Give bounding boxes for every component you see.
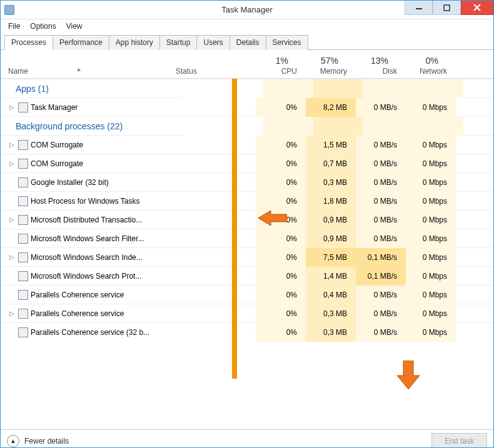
process-icon (18, 102, 28, 112)
memory-cell: 1,8 MB (306, 192, 356, 211)
col-name-label: Name (8, 67, 28, 76)
col-cpu-usage: 1% (256, 56, 297, 66)
process-name: Google Installer (32 bit) (31, 178, 109, 187)
network-cell: 0 Mbps (406, 323, 456, 342)
group-title: Background processes (22) (16, 121, 123, 131)
taskmgr-icon (4, 5, 14, 15)
table-row[interactable]: Microsoft Windows Search Prot...0%1,4 MB… (1, 266, 493, 285)
table-row[interactable]: Host Process for Windows Tasks0%1,8 MB0 … (1, 191, 493, 210)
titlebar[interactable]: Task Manager (1, 1, 493, 19)
cpu-cell: 0% (256, 211, 306, 229)
process-name: Parallels Coherence service (32 b... (31, 328, 149, 337)
disk-cell: 0 MB/s (356, 211, 406, 229)
expand-icon[interactable]: ▷ (8, 254, 16, 261)
tab-details[interactable]: Details (229, 35, 266, 50)
sort-caret-icon: ▲ (76, 66, 82, 72)
table-row[interactable]: Microsoft Windows Search Filter...0%0,9 … (1, 229, 493, 247)
table-row[interactable]: ▷Parallels Coherence service0%0,3 MB0 MB… (1, 304, 493, 322)
process-icon (18, 177, 28, 187)
table-row[interactable]: ▷COM Surrogate0%0,7 MB0 MB/s0 Mbps (1, 154, 493, 172)
process-name: Microsoft Windows Search Filter... (31, 234, 144, 243)
process-icon (18, 234, 28, 244)
group-header: Background processes (22) (1, 116, 493, 135)
table-row[interactable]: ▷Microsoft Windows Search Inde...0%7,5 M… (1, 247, 493, 266)
col-name-header[interactable]: ▲ Name (1, 67, 176, 76)
network-cell: 0 Mbps (406, 267, 456, 286)
end-task-button[interactable]: End task (431, 433, 487, 449)
col-net-label: Network (420, 67, 447, 76)
window-controls (405, 1, 493, 19)
network-cell: 0 Mbps (406, 286, 456, 304)
table-row[interactable]: ▷Microsoft Distributed Transactio...0%0,… (1, 210, 493, 229)
minimize-button[interactable] (405, 0, 433, 15)
process-icon (18, 309, 28, 319)
table-row[interactable]: Parallels Coherence service0%0,4 MB0 MB/… (1, 285, 493, 304)
col-network-header[interactable]: 0% Network (406, 56, 456, 76)
process-name: Microsoft Distributed Transactio... (31, 216, 142, 224)
expand-icon[interactable]: ▷ (8, 104, 16, 111)
disk-cell: 0 MB/s (356, 192, 406, 211)
disk-cell: 0 MB/s (356, 304, 406, 323)
maximize-button[interactable] (433, 0, 461, 15)
memory-cell: 0,9 MB (306, 211, 356, 229)
tab-performance[interactable]: Performance (53, 35, 109, 50)
tab-startup[interactable]: Startup (159, 35, 198, 50)
network-cell: 0 Mbps (406, 304, 456, 323)
col-mem-usage: 57% (306, 56, 347, 66)
process-name: Host Process for Windows Tasks (31, 197, 140, 206)
table-row[interactable]: Google Installer (32 bit)0%0,3 MB0 MB/s0… (1, 172, 493, 191)
table-row[interactable]: Parallels Coherence service (32 b...0%0,… (1, 322, 493, 341)
process-icon (18, 140, 28, 150)
disk-cell: 0 MB/s (356, 229, 406, 248)
tab-apphistory[interactable]: App history (109, 35, 160, 50)
memory-cell: 0,4 MB (306, 286, 356, 304)
menu-view[interactable]: View (61, 21, 88, 32)
process-name: COM Surrogate (31, 159, 83, 168)
cpu-cell: 0% (256, 98, 306, 117)
menu-file[interactable]: File (3, 21, 25, 32)
cpu-cell: 0% (256, 304, 306, 323)
process-list: ▲ Name Status 1% CPU 57% Memory 13% Disk… (1, 50, 493, 429)
expand-icon[interactable]: ▷ (8, 141, 16, 148)
tabbar: Processes Performance App history Startu… (1, 34, 493, 50)
process-name: Microsoft Windows Search Prot... (31, 272, 141, 281)
memory-cell: 0,9 MB (306, 229, 356, 248)
table-row[interactable]: ▷COM Surrogate0%1,5 MB0 MB/s0 Mbps (1, 135, 493, 154)
disk-cell: 0,1 MB/s (356, 267, 406, 286)
col-cpu-header[interactable]: 1% CPU (256, 56, 306, 76)
network-cell: 0 Mbps (406, 192, 456, 211)
table-row[interactable]: ▷Task Manager0%8,2 MB0 MB/s0 Mbps (1, 97, 493, 116)
col-memory-header[interactable]: 57% Memory (306, 56, 356, 76)
cpu-cell: 0% (256, 192, 306, 211)
fewer-details-toggle[interactable]: ▲ Fewer details (7, 435, 69, 447)
col-disk-usage: 13% (356, 56, 397, 66)
network-cell: 0 Mbps (406, 211, 456, 229)
cpu-cell: 0% (256, 267, 306, 286)
expand-icon[interactable]: ▷ (8, 310, 16, 317)
expand-icon[interactable]: ▷ (8, 216, 16, 223)
process-name: Microsoft Windows Search Inde... (31, 253, 143, 262)
list-body[interactable]: Apps (1)▷Task Manager0%8,2 MB0 MB/s0 Mbp… (1, 79, 493, 401)
tab-processes[interactable]: Processes (4, 35, 53, 50)
process-icon (18, 159, 28, 169)
columns-header: ▲ Name Status 1% CPU 57% Memory 13% Disk… (1, 50, 493, 79)
col-status-header[interactable]: Status (176, 67, 256, 76)
disk-cell: 0 MB/s (356, 98, 406, 117)
col-net-usage: 0% (406, 56, 447, 66)
expand-icon[interactable]: ▷ (8, 160, 16, 167)
col-mem-label: Memory (320, 67, 347, 76)
svg-rect-1 (444, 5, 450, 11)
close-button[interactable] (461, 0, 493, 15)
col-disk-label: Disk (383, 67, 397, 76)
network-cell: 0 Mbps (406, 154, 456, 173)
disk-cell: 0,1 MB/s (356, 248, 406, 267)
process-icon (18, 290, 28, 300)
col-status-label: Status (176, 67, 197, 76)
chevron-up-icon: ▲ (7, 435, 19, 447)
col-disk-header[interactable]: 13% Disk (356, 56, 406, 76)
tab-users[interactable]: Users (196, 35, 229, 50)
disk-cell: 0 MB/s (356, 286, 406, 304)
process-icon (18, 327, 28, 337)
tab-services[interactable]: Services (266, 35, 308, 50)
menu-options[interactable]: Options (25, 21, 61, 32)
